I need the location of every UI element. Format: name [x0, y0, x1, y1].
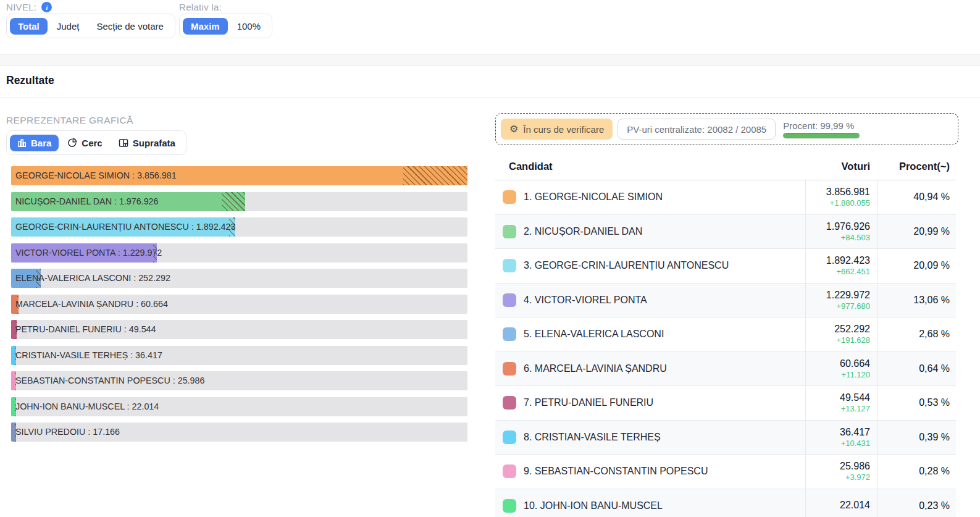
votes-delta: +977.680	[836, 301, 870, 311]
results-panel: ⚙︎ În curs de verificare PV-uri centrali…	[495, 113, 958, 517]
votes-delta: +662.451	[836, 267, 870, 276]
level-label-row: NIVEL: i	[6, 2, 52, 12]
percent-value: 13,06 %	[877, 284, 956, 317]
page-title: Rezultate	[6, 74, 54, 87]
gear-icon: ⚙︎	[509, 124, 518, 134]
candidate-color-swatch	[503, 431, 516, 444]
candidate-color-swatch	[503, 259, 516, 272]
level-option-sectie[interactable]: Secție de votare	[88, 18, 171, 35]
candidate-color-swatch	[503, 293, 516, 307]
header-votes: Voturi	[805, 161, 877, 172]
bar-label: PETRU-DANIEL FUNERIU : 49.544	[15, 320, 156, 339]
candidate-color-swatch	[503, 499, 516, 513]
table-row: 10. JOHN-ION BANU-MUSCEL 22.014 0,23 %	[495, 489, 956, 517]
level-option-total[interactable]: Total	[10, 18, 48, 35]
table-row: 9. SEBASTIAN-CONSTANTIN POPESCU 25.986+3…	[495, 455, 956, 489]
percent-value: 2,68 %	[877, 317, 956, 351]
votes-value: 25.986	[840, 461, 870, 472]
percent-value: 0,28 %	[877, 455, 956, 489]
votes-delta: +13.127	[841, 404, 870, 413]
bar-ponta[interactable]: VICTOR-VIOREL PONTA : 1.229.972	[11, 243, 467, 263]
candidate-rank: 6.	[524, 363, 532, 374]
bar-simion[interactable]: GEORGE-NICOLAE SIMION : 3.856.981	[11, 166, 467, 185]
table-header: Candidat Voturi Procent(~)	[495, 153, 956, 180]
bar-predoiu[interactable]: SILVIU PREDOIU : 17.166	[11, 422, 467, 442]
table-row: 7. PETRU-DANIEL FUNERIU 49.544+13.127 0,…	[495, 386, 956, 421]
bar-dan[interactable]: NICUȘOR-DANIEL DAN : 1.976.926	[11, 192, 467, 211]
votes-value: 36.417	[840, 427, 870, 438]
chart-mode-bara[interactable]: Bara	[10, 135, 59, 151]
candidate-name: ELENA-VALERICA LASCONI	[535, 329, 664, 339]
percent-label: Procent: 99,99 %	[783, 120, 860, 131]
bar-label: CRISTIAN-VASILE TERHEȘ : 36.417	[15, 346, 162, 365]
bar-sandru[interactable]: MARCELA-LAVINIA ȘANDRU : 60.664	[11, 295, 467, 314]
level-label: NIVEL:	[6, 2, 36, 12]
chart-mode-selector: Bara Cerc Suprafata	[6, 130, 186, 155]
header-candidate: Candidat	[495, 161, 805, 172]
verification-status-label: În curs de verificare	[523, 124, 604, 135]
bar-label: VICTOR-VIOREL PONTA : 1.229.972	[15, 243, 162, 263]
bar-lasconi[interactable]: ELENA-VALERICA LASCONI : 252.292	[11, 269, 467, 288]
table-row: 2. NICUȘOR-DANIEL DAN 1.976.926+84.503 2…	[495, 215, 956, 250]
relative-label-row: Relativ la:	[179, 2, 222, 12]
percent-value: 20,99 %	[877, 215, 956, 249]
candidate-name: GEORGE-CRIN-LAURENȚIU ANTONESCU	[535, 260, 729, 271]
candidate-color-swatch	[503, 464, 516, 478]
bar-label: GEORGE-NICOLAE SIMION : 3.856.981	[15, 166, 177, 185]
bar-label: GEORGE-CRIN-LAURENȚIU ANTONESCU : 1.892.…	[15, 217, 235, 237]
relative-label: Relativ la:	[179, 2, 222, 12]
percent-value: 0,39 %	[877, 421, 956, 455]
chart-mode-label: Cerc	[82, 138, 102, 148]
pv-centralized-pill: PV-uri centralizate: 20082 / 20085	[618, 119, 776, 140]
votes-value: 60.664	[840, 358, 870, 369]
candidate-rank: 2.	[524, 226, 532, 237]
votes-delta: +10.431	[841, 439, 870, 448]
table-row: 1. GEORGE-NICOLAE SIMION 3.856.981+1.880…	[495, 180, 956, 215]
chart-panel: REPREZENTARE GRAFICĂ Bara	[6, 115, 469, 448]
percent-value: 0,53 %	[877, 386, 956, 420]
candidate-rank: 5.	[524, 329, 532, 339]
bar-antonescu[interactable]: GEORGE-CRIN-LAURENȚIU ANTONESCU : 1.892.…	[11, 217, 467, 237]
bar-label: ELENA-VALERICA LASCONI : 252.292	[15, 269, 170, 288]
treemap-icon	[119, 138, 128, 148]
progress-bar	[783, 133, 860, 138]
candidate-name: JOHN-ION BANU-MUSCEL	[540, 500, 663, 511]
bar-chart-icon	[17, 138, 27, 147]
votes-delta: +11.120	[842, 370, 870, 379]
candidate-name: VICTOR-VIOREL PONTA	[535, 295, 647, 305]
table-row: 3. GEORGE-CRIN-LAURENȚIU ANTONESCU 1.892…	[495, 249, 956, 284]
info-icon[interactable]: i	[41, 2, 52, 12]
percent-progress: Procent: 99,99 %	[783, 120, 860, 138]
relative-option-100[interactable]: 100%	[229, 18, 269, 35]
chart-panel-title: REPREZENTARE GRAFICĂ	[6, 115, 469, 126]
divider	[0, 98, 980, 98]
candidate-rank: 4.	[524, 295, 532, 305]
percent-value: 0,64 %	[877, 352, 956, 386]
candidate-rank: 8.	[524, 432, 532, 442]
votes-delta: +1.880.055	[830, 198, 870, 208]
candidate-name: SEBASTIAN-CONSTANTIN POPESCU	[535, 466, 708, 476]
candidate-color-swatch	[503, 190, 516, 204]
header-percent: Procent(~)	[877, 161, 956, 172]
votes-delta: +3.972	[845, 473, 870, 482]
votes-delta: +191.628	[836, 335, 870, 345]
centralization-status-box: ⚙︎ În curs de verificare PV-uri centrali…	[495, 113, 958, 145]
relative-option-maxim[interactable]: Maxim	[183, 18, 228, 35]
candidate-name: MARCELA-LAVINIA ȘANDRU	[535, 363, 667, 374]
chart-mode-suprafata[interactable]: Suprafata	[111, 135, 183, 151]
table-row: 4. VICTOR-VIOREL PONTA 1.229.972+977.680…	[495, 284, 956, 318]
level-option-judet[interactable]: Județ	[49, 18, 88, 35]
votes-value: 1.229.972	[826, 290, 870, 301]
bar-banu-muscel[interactable]: JOHN-ION BANU-MUSCEL : 22.014	[11, 397, 467, 416]
chart-mode-label: Bara	[31, 138, 51, 148]
candidate-rank: 7.	[524, 397, 532, 408]
percent-value: 20,09 %	[877, 249, 956, 283]
candidate-name: NICUȘOR-DANIEL DAN	[535, 226, 643, 237]
bar-funeriu[interactable]: PETRU-DANIEL FUNERIU : 49.544	[11, 320, 467, 339]
candidate-color-swatch	[503, 327, 516, 341]
chart-mode-cerc[interactable]: Cerc	[60, 135, 109, 151]
relative-selector: Maxim 100%	[179, 14, 272, 38]
bar-popescu[interactable]: SEBASTIAN-CONSTANTIN POPESCU : 25.986	[11, 371, 467, 390]
votes-value: 252.292	[834, 324, 870, 335]
bar-terhes[interactable]: CRISTIAN-VASILE TERHEȘ : 36.417	[11, 346, 467, 365]
